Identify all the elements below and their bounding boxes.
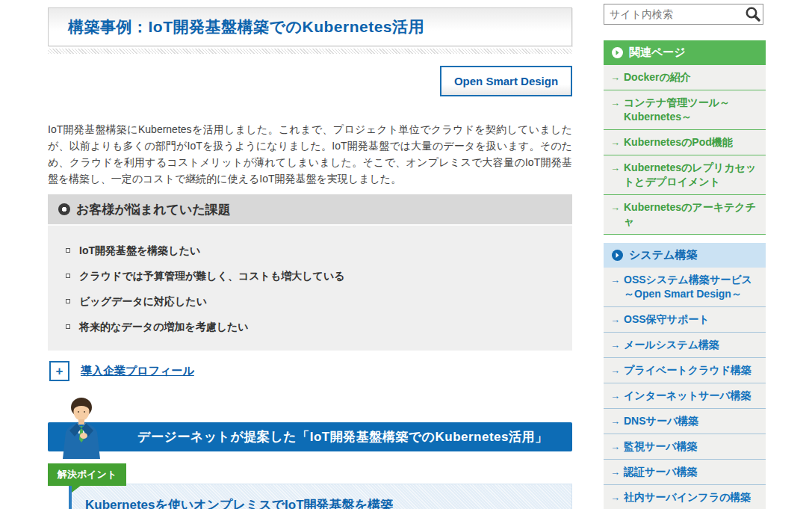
related-page-link[interactable]: → Kubernetesのアーキテクチャ <box>604 195 766 235</box>
problems-heading: お客様が悩まれていた課題 <box>76 201 231 218</box>
solution-heading: Kubernetesを使いオンプレミスでIoT開発基盤を構築 <box>72 484 571 509</box>
proposal-section: デージーネットが提案した「IoT開発基盤構築でのKubernetes活用」 <box>48 395 572 459</box>
problem-item: ビッグデータに対応したい <box>63 289 557 315</box>
proposal-banner: デージーネットが提案した「IoT開発基盤構築でのKubernetes活用」 <box>48 422 572 451</box>
arrow-right-icon: → <box>610 363 620 377</box>
open-smart-design-button[interactable]: Open Smart Design <box>440 66 572 96</box>
problems-list: IoT開発基盤を構築したい クラウドでは予算管理が難しく、コストも増大している … <box>48 226 572 351</box>
system-build-link[interactable]: → 社内サーバインフラの構築 <box>604 485 766 509</box>
system-build-link-text: 監視サーバ構築 <box>624 440 698 452</box>
system-build-link-text: メールシステム構築 <box>624 339 719 351</box>
proposal-banner-text: デージーネットが提案した「IoT開発基盤構築でのKubernetes活用」 <box>48 422 572 451</box>
search-icon[interactable] <box>743 5 763 23</box>
related-pages-list: → Dockerの紹介 → コンテナ管理ツール～Kubernetes～ → Ku… <box>604 65 766 235</box>
square-bullet-icon <box>66 324 70 329</box>
search-input[interactable] <box>604 8 743 20</box>
related-page-link-text: Kubernetesのアーキテクチャ <box>624 201 756 227</box>
customer-problems-box: お客様が悩まれていた課題 IoT開発基盤を構築したい クラウドでは予算管理が難し… <box>48 194 572 351</box>
related-page-link-text: Dockerの紹介 <box>624 71 691 83</box>
solution-point-label-text: 解決ポイント <box>58 469 117 480</box>
problem-item: IoT開発基盤を構築したい <box>63 238 557 264</box>
related-page-link-text: コンテナ管理ツール～Kubernetes～ <box>624 96 730 123</box>
related-page-link[interactable]: → Kubernetesのレプリカセットとデプロイメント <box>604 155 766 195</box>
problems-header: お客様が悩まれていた課題 <box>48 194 572 226</box>
system-build-link[interactable]: → OSS保守サポート <box>604 307 766 333</box>
arrow-right-icon: → <box>610 312 620 327</box>
related-page-link[interactable]: → Dockerの紹介 <box>604 65 766 90</box>
system-build-link[interactable]: → OSSシステム構築サービス～Open Smart Design～ <box>604 268 766 307</box>
related-pages-heading: 関連ページ <box>629 46 686 60</box>
system-build-link-text: DNSサーバ構築 <box>624 415 698 427</box>
system-build-link[interactable]: → 監視サーバ構築 <box>604 434 766 460</box>
arrow-right-icon: → <box>610 465 620 479</box>
system-build-link-text: インターネットサーバ構築 <box>624 389 751 401</box>
company-profile-row: + 導入企業プロフィール <box>49 360 194 381</box>
system-build-link-text: OSS保守サポート <box>624 313 710 325</box>
problem-item: 将来的なデータの増加を考慮したい <box>63 315 557 340</box>
label-tail-icon <box>72 485 81 493</box>
system-build-link[interactable]: → プライベートクラウド構築 <box>604 358 766 383</box>
problem-item-text: ビッグデータに対応したい <box>79 295 207 307</box>
system-build-header: システム構築 <box>604 243 766 268</box>
intro-paragraph: IoT開発基盤構築にKubernetesを活用しました。これまで、プロジェクト単… <box>48 121 572 187</box>
system-build-list: → OSSシステム構築サービス～Open Smart Design～ → OSS… <box>604 268 766 509</box>
site-search-box <box>604 4 763 25</box>
related-page-link-text: Kubernetesのレプリカセットとデプロイメント <box>624 161 756 188</box>
problem-item-text: IoT開発基盤を構築したい <box>79 244 200 256</box>
page-title-box: 構築事例：IoT開発基盤構築でのKubernetes活用 <box>48 7 572 46</box>
system-build-link[interactable]: → インターネットサーバ構築 <box>604 383 766 409</box>
system-build-link[interactable]: → 認証サーバ構築 <box>604 460 766 485</box>
problem-item-text: クラウドでは予算管理が難しく、コストも増大している <box>79 270 345 282</box>
arrow-right-icon: → <box>610 439 620 454</box>
related-pages-header: 関連ページ <box>604 40 766 65</box>
system-build-link[interactable]: → メールシステム構築 <box>604 333 766 358</box>
system-build-link-text: プライベートクラウド構築 <box>624 364 751 376</box>
related-pages-section: 関連ページ → Dockerの紹介 → コンテナ管理ツール～Kubernetes… <box>604 40 766 235</box>
arrow-right-icon: → <box>610 273 620 287</box>
problem-item-text: 将来的なデータの増加を考慮したい <box>79 321 249 333</box>
system-build-link-text: 認証サーバ構築 <box>624 466 698 478</box>
related-page-link[interactable]: → KubernetesのPod機能 <box>604 130 766 155</box>
square-bullet-icon <box>66 274 70 278</box>
square-bullet-icon <box>66 299 70 303</box>
expand-profile-button[interactable]: + <box>49 361 69 381</box>
consultant-avatar-icon <box>57 395 106 459</box>
system-build-section: システム構築 → OSSシステム構築サービス～Open Smart Design… <box>604 243 766 509</box>
arrow-right-icon: → <box>610 70 620 84</box>
system-build-link-text: 社内サーバインフラの構築 <box>624 491 751 503</box>
system-build-link[interactable]: → DNSサーバ構築 <box>604 409 766 434</box>
bullseye-icon <box>58 203 70 215</box>
arrow-right-icon: → <box>610 490 620 505</box>
company-profile-link[interactable]: 導入企業プロフィール <box>81 364 194 378</box>
system-build-link-text: OSSシステム構築サービス～Open Smart Design～ <box>624 274 752 300</box>
related-page-link[interactable]: → コンテナ管理ツール～Kubernetes～ <box>604 90 766 130</box>
problem-item: クラウドでは予算管理が難しく、コストも増大している <box>63 264 557 289</box>
circle-arrow-icon <box>612 250 623 261</box>
solution-point-label: 解決ポイント <box>48 463 126 486</box>
circle-arrow-icon <box>612 47 623 58</box>
solution-heading-box: Kubernetesを使いオンプレミスでIoT開発基盤を構築 <box>69 484 572 509</box>
square-bullet-icon <box>66 248 70 253</box>
arrow-right-icon: → <box>610 96 620 110</box>
page-title: 構築事例：IoT開発基盤構築でのKubernetes活用 <box>49 8 571 46</box>
arrow-right-icon: → <box>610 389 620 403</box>
arrow-right-icon: → <box>610 414 620 428</box>
arrow-right-icon: → <box>610 200 620 215</box>
system-build-heading: システム構築 <box>629 248 697 262</box>
related-page-link-text: KubernetesのPod機能 <box>624 136 733 148</box>
arrow-right-icon: → <box>610 338 620 352</box>
arrow-right-icon: → <box>610 161 620 175</box>
arrow-right-icon: → <box>610 135 620 149</box>
title-divider <box>48 49 572 54</box>
